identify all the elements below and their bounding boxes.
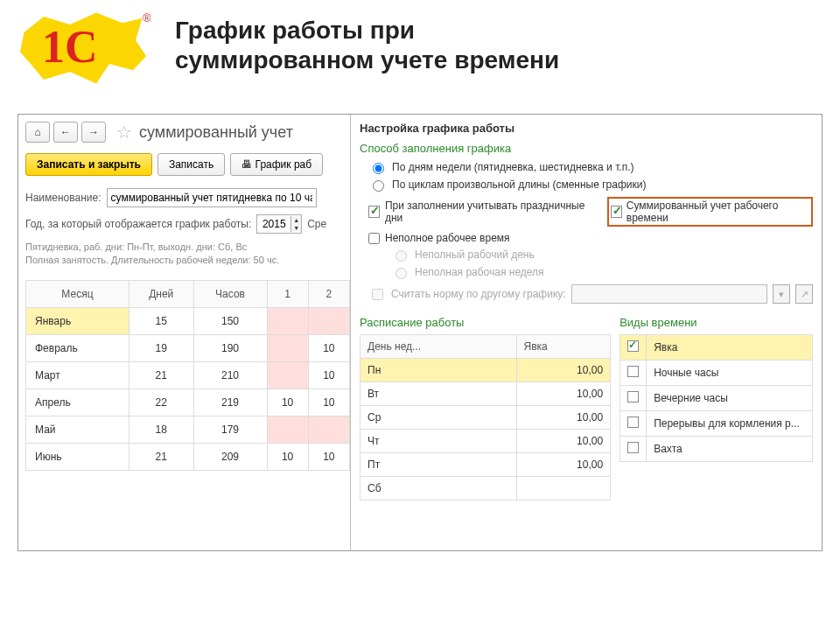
left-pane: ⌂ ← → ☆ суммированный учет Записать и за…: [18, 115, 351, 550]
norm-open-button: ↗: [795, 284, 813, 304]
back-button[interactable]: ←: [53, 122, 78, 143]
year-down[interactable]: ▼: [291, 224, 301, 232]
window-title: суммированный учет: [139, 123, 293, 142]
check-icon[interactable]: [611, 206, 622, 218]
checkbox-icon[interactable]: [627, 391, 639, 402]
checkbox-icon[interactable]: [627, 366, 639, 377]
checkbox-norm-row: Считать норму по другому графику: ▾ ↗: [368, 284, 813, 304]
table-row[interactable]: Пт10,00: [360, 453, 611, 477]
checkbox-summed-highlight: Суммированный учет рабочего времени: [607, 197, 813, 227]
radio-by-cycles[interactable]: По циклам произвольной длины (сменные гр…: [368, 178, 813, 192]
months-header: Месяц: [26, 280, 130, 307]
radio-by-cycles-input[interactable]: [373, 180, 384, 192]
months-table[interactable]: МесяцДнейЧасов12 Январь15150Февраль19190…: [25, 280, 350, 471]
check-icon: [368, 206, 380, 218]
schedule-table[interactable]: День нед...Явка Пн10,00Вт10,00Ср10,00Чт1…: [360, 334, 611, 500]
schedule-header: Явка: [516, 335, 611, 359]
checkbox-icon[interactable]: [627, 340, 639, 352]
settings-title: Настройка графика работы: [360, 122, 813, 135]
checkbox-norm: [372, 289, 383, 300]
types-title: Виды времени: [620, 316, 813, 329]
save-and-close-button[interactable]: Записать и закрыть: [25, 153, 152, 176]
checkbox-holidays[interactable]: При заполнении учитывать праздничные дни: [368, 200, 586, 224]
schedule-summary-text: Пятидневка, раб. дни: Пн-Пт, выходн. дни…: [25, 241, 350, 268]
table-row[interactable]: Сб: [360, 477, 611, 500]
radio-partial-week: Неполная рабочая неделя: [391, 265, 813, 279]
right-pane: Настройка графика работы Способ заполнен…: [351, 115, 822, 550]
months-header: 2: [308, 280, 349, 307]
months-header: 1: [267, 280, 308, 307]
table-row[interactable]: Пн10,00: [360, 359, 611, 382]
checkbox-summed-label: Суммированный учет рабочего времени: [626, 200, 806, 224]
avg-label: Сре: [307, 218, 326, 230]
schedule-header: День нед...: [360, 335, 517, 359]
table-row[interactable]: Ночные часы: [620, 360, 813, 386]
table-row[interactable]: Явка: [620, 335, 813, 360]
print-schedule-button[interactable]: 🖶 График раб: [230, 153, 323, 176]
table-row[interactable]: Вт10,00: [360, 382, 611, 406]
fill-method-title: Способ заполнения графика: [360, 142, 813, 155]
table-row[interactable]: Февраль1919010: [26, 334, 350, 361]
table-row[interactable]: Вечерние часы: [620, 386, 813, 411]
printer-icon: 🖶: [242, 158, 252, 171]
time-types-table[interactable]: ЯвкаНочные часыВечерние часыПерерывы для…: [620, 334, 813, 462]
schedule-title: Расписание работы: [360, 316, 611, 329]
year-label: Год, за который отображается график рабо…: [25, 218, 251, 230]
radio-by-weekdays-input[interactable]: [373, 163, 384, 174]
year-spinner[interactable]: ▲ ▼: [256, 214, 302, 234]
norm-dropdown-button: ▾: [773, 284, 790, 304]
name-input[interactable]: [107, 188, 317, 207]
months-header: Часов: [193, 280, 267, 307]
table-row[interactable]: Перерывы для кормления р...: [620, 411, 813, 437]
year-up[interactable]: ▲: [291, 216, 301, 224]
table-row[interactable]: Январь15150: [26, 307, 350, 334]
table-row[interactable]: Март2121010: [26, 361, 350, 388]
months-header: Дней: [129, 280, 193, 307]
name-label: Наименование:: [25, 192, 102, 204]
logo-1c: 1С ®: [18, 9, 158, 96]
table-row[interactable]: Апрель222191010: [26, 388, 350, 416]
app-window: ⌂ ← → ☆ суммированный учет Записать и за…: [18, 114, 822, 551]
save-button[interactable]: Записать: [158, 153, 225, 176]
table-row[interactable]: Май18179: [26, 416, 350, 443]
checkbox-parttime-input[interactable]: [368, 233, 380, 244]
table-row[interactable]: Вахта: [620, 437, 813, 462]
page-title: График работы при суммированном учете вр…: [175, 16, 559, 74]
checkbox-icon[interactable]: [627, 416, 639, 428]
radio-partial-day: Неполный рабочий день: [391, 248, 813, 262]
home-button[interactable]: ⌂: [25, 122, 50, 143]
checkbox-parttime[interactable]: Неполное рабочее время: [368, 232, 813, 244]
year-input[interactable]: [257, 215, 290, 233]
radio-by-weekdays[interactable]: По дням недели (пятидневка, шестидневка …: [368, 160, 813, 174]
table-row[interactable]: Чт10,00: [360, 430, 611, 453]
star-icon[interactable]: ☆: [116, 122, 132, 143]
norm-select: [571, 284, 767, 304]
table-row[interactable]: Ср10,00: [360, 406, 611, 430]
table-row[interactable]: Июнь212091010: [26, 443, 350, 470]
forward-button[interactable]: →: [81, 122, 106, 143]
checkbox-icon[interactable]: [627, 442, 639, 453]
